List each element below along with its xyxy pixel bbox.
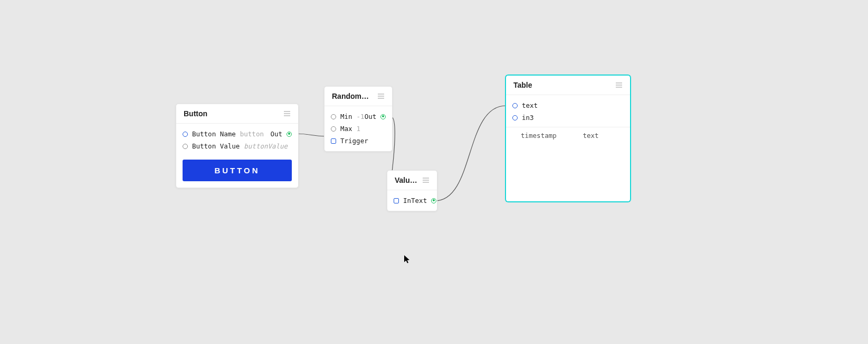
port-value[interactable]: -1 xyxy=(357,113,365,120)
node-value-title: Value... xyxy=(395,176,418,184)
node-button-header[interactable]: Button xyxy=(176,104,298,124)
port-label: Max xyxy=(340,125,352,133)
port-label: Button Value xyxy=(192,142,240,150)
input-port-icon[interactable] xyxy=(331,114,336,119)
node-value[interactable]: Value... In Text xyxy=(387,170,437,211)
port-row-text: text xyxy=(506,99,630,111)
port-label: In xyxy=(403,197,411,204)
port-label: in3 xyxy=(522,114,534,122)
port-value[interactable]: button xyxy=(240,130,264,138)
output-port-icon[interactable] xyxy=(431,198,436,203)
input-port-icon[interactable] xyxy=(512,115,518,120)
port-value[interactable]: 1 xyxy=(357,125,361,133)
trigger-port-icon[interactable] xyxy=(331,138,336,144)
port-row-min: Min -1 Out xyxy=(325,110,392,123)
table-col-header: text xyxy=(568,132,631,140)
menu-icon[interactable] xyxy=(283,110,291,117)
port-label: text xyxy=(522,101,538,109)
node-random-title: RandomNum... xyxy=(332,92,373,100)
table-col-header: timestamp xyxy=(506,132,568,140)
table-columns: timestamp text xyxy=(506,127,630,144)
node-table-title: Table xyxy=(513,81,532,89)
node-button[interactable]: Button Button Name button Out Button Val… xyxy=(176,104,299,188)
port-row-trigger: Trigger xyxy=(325,135,392,147)
output-port-icon[interactable] xyxy=(380,114,386,119)
menu-icon[interactable] xyxy=(422,177,430,183)
input-port-icon[interactable] xyxy=(183,144,188,149)
input-port-icon[interactable] xyxy=(512,103,518,108)
node-table-header[interactable]: Table xyxy=(506,76,630,95)
node-table[interactable]: Table text in3 timestamp text xyxy=(505,75,631,202)
input-port-icon[interactable] xyxy=(394,198,399,203)
input-port-icon[interactable] xyxy=(183,132,188,137)
port-row-in3: in3 xyxy=(506,111,630,124)
node-random[interactable]: RandomNum... Min -1 Out Max 1 Trigger xyxy=(324,86,393,152)
node-value-header[interactable]: Value... xyxy=(387,171,437,190)
port-out-label: Text xyxy=(411,197,427,204)
port-out-label: Out xyxy=(270,130,282,138)
node-random-header[interactable]: RandomNum... xyxy=(325,87,392,106)
port-row-button-name: Button Name button Out xyxy=(176,128,298,140)
mouse-cursor-icon xyxy=(404,255,411,264)
node-canvas[interactable]: Button Button Name button Out Button Val… xyxy=(0,0,868,344)
port-out-label: Out xyxy=(365,113,377,120)
port-row-max: Max 1 xyxy=(325,123,392,135)
port-label: Min xyxy=(340,113,352,120)
port-row-button-value: Button Value buttonValue xyxy=(176,140,298,152)
menu-icon[interactable] xyxy=(615,82,623,88)
port-value[interactable]: buttonValue xyxy=(244,142,288,150)
port-label: Button Name xyxy=(192,130,236,138)
output-port-icon[interactable] xyxy=(287,132,292,137)
port-label: Trigger xyxy=(340,137,368,145)
button-action[interactable]: BUTTON xyxy=(183,160,292,181)
node-button-title: Button xyxy=(184,109,207,118)
port-row-in-text: In Text xyxy=(387,194,437,207)
menu-icon[interactable] xyxy=(377,93,385,99)
input-port-icon[interactable] xyxy=(331,126,336,132)
